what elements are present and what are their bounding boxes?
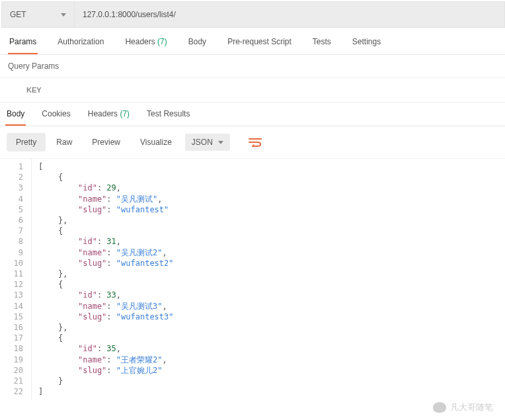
- response-toolbar: Pretty Raw Preview Visualize JSON: [0, 126, 505, 159]
- format-select[interactable]: JSON: [185, 134, 230, 151]
- query-params-label: Query Params: [0, 55, 505, 78]
- tab-params[interactable]: Params: [8, 37, 38, 54]
- url-input[interactable]: 127.0.0.1:8000/users/list4/: [75, 2, 504, 27]
- pretty-button[interactable]: Pretty: [7, 133, 46, 151]
- request-bar: GET 127.0.0.1:8000/users/list4/: [1, 1, 505, 28]
- chevron-down-icon: [218, 141, 223, 144]
- raw-button[interactable]: Raw: [47, 133, 81, 151]
- tab-authorization[interactable]: Authorization: [56, 37, 105, 54]
- response-tab-body[interactable]: Body: [5, 109, 26, 126]
- method-select[interactable]: GET: [2, 2, 75, 27]
- response-tab-test-results[interactable]: Test Results: [145, 109, 191, 126]
- tab-settings[interactable]: Settings: [351, 37, 382, 54]
- json-source[interactable]: [{"id": 29,"name": "吴凡测试","slug": "wufan…: [32, 159, 174, 399]
- response-tab-cookies[interactable]: Cookies: [40, 109, 71, 126]
- response-body: 12345678910111213141516171819202122 [{"i…: [0, 159, 505, 399]
- chevron-down-icon: [61, 13, 66, 17]
- line-gutter: 12345678910111213141516171819202122: [0, 159, 32, 399]
- response-tabs: BodyCookiesHeaders (7)Test Results: [0, 103, 505, 126]
- wrap-icon: [249, 138, 262, 147]
- method-value: GET: [10, 10, 26, 19]
- preview-button[interactable]: Preview: [83, 133, 130, 151]
- response-tab-headers[interactable]: Headers (7): [87, 109, 131, 126]
- format-value: JSON: [192, 138, 213, 147]
- key-column-header: KEY: [0, 78, 505, 103]
- url-value: 127.0.0.1:8000/users/list4/: [83, 10, 176, 19]
- tab-tests[interactable]: Tests: [311, 37, 332, 54]
- request-tabs: ParamsAuthorizationHeaders (7)BodyPre-re…: [0, 28, 505, 55]
- tab-pre-request-script[interactable]: Pre-request Script: [226, 37, 293, 54]
- visualize-button[interactable]: Visualize: [131, 133, 181, 151]
- tab-body[interactable]: Body: [187, 37, 208, 54]
- wrap-lines-button[interactable]: [242, 134, 268, 151]
- tab-headers[interactable]: Headers (7): [124, 37, 168, 54]
